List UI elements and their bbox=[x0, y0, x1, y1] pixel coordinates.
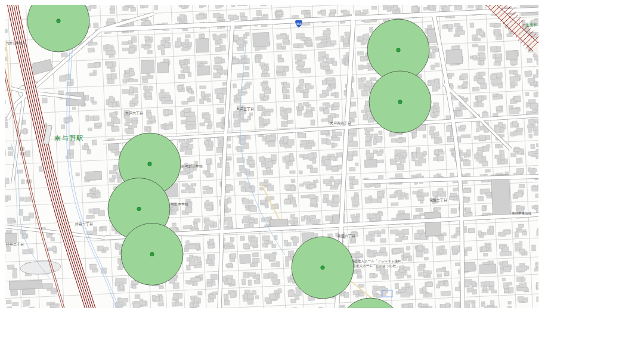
svg-text:与野公郵便局: 与野公郵便局 bbox=[6, 41, 26, 45]
svg-text:東日本電信蔵: 東日本電信蔵 bbox=[512, 212, 532, 216]
svg-text:北浦和: 北浦和 bbox=[525, 23, 537, 27]
svg-text:大戸西四丁目: 大戸西四丁目 bbox=[330, 121, 351, 126]
svg-text:特別養護老人ホーム「フォレスト浦和」: 特別養護老人ホーム「フォレスト浦和」 bbox=[345, 259, 404, 263]
svg-text:養護老人ホーム「たいようの杜」: 養護老人ホーム「たいようの杜」 bbox=[349, 264, 399, 268]
svg-text:電盤二丁目: 電盤二丁目 bbox=[429, 198, 447, 203]
svg-text:大戸五丁目: 大戸五丁目 bbox=[236, 107, 254, 111]
svg-text:鈴谷一丁目: 鈴谷一丁目 bbox=[75, 222, 93, 226]
svg-text:南与野駅: 南与野駅 bbox=[54, 135, 84, 142]
svg-text:大戸六丁目: 大戸六丁目 bbox=[125, 111, 143, 116]
svg-text:与野中学校: 与野中学校 bbox=[171, 203, 188, 206]
svg-text:業盤六丁目: 業盤六丁目 bbox=[338, 234, 355, 238]
svg-text:南与野小学校: 南与野小学校 bbox=[181, 165, 203, 168]
svg-text:鈴谷二丁目: 鈴谷二丁目 bbox=[6, 243, 24, 247]
svg-text:463: 463 bbox=[296, 22, 301, 26]
